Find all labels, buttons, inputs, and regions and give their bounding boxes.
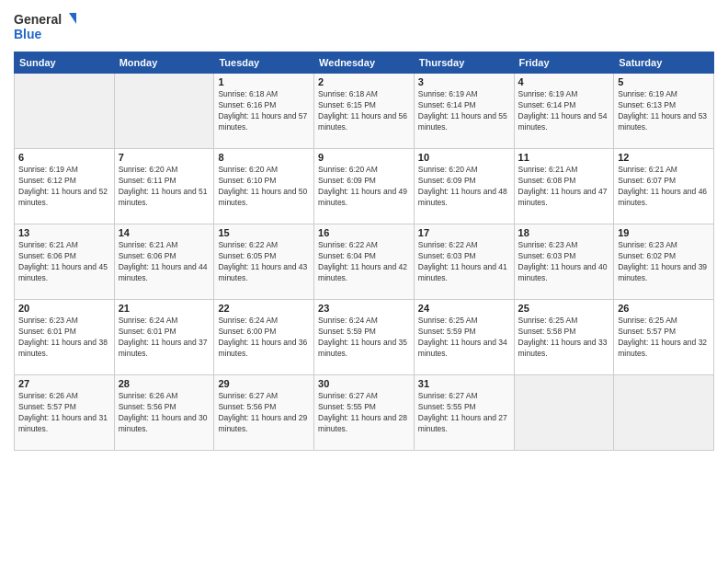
cell-day-number: 27 [18, 378, 110, 389]
calendar-cell: 10Sunrise: 6:20 AMSunset: 6:09 PMDayligh… [414, 149, 514, 224]
day-header-saturday: Saturday [614, 52, 714, 74]
cell-day-number: 5 [618, 76, 710, 87]
cell-day-number: 15 [218, 227, 310, 238]
cell-sun-info: Sunrise: 6:23 AMSunset: 6:01 PMDaylight:… [18, 316, 110, 360]
calendar-cell: 11Sunrise: 6:21 AMSunset: 6:08 PMDayligh… [514, 149, 614, 224]
svg-text:Blue: Blue [14, 27, 42, 41]
cell-sun-info: Sunrise: 6:19 AMSunset: 6:13 PMDaylight:… [618, 89, 710, 133]
cell-sun-info: Sunrise: 6:19 AMSunset: 6:12 PMDaylight:… [18, 165, 110, 209]
calendar-cell: 14Sunrise: 6:21 AMSunset: 6:06 PMDayligh… [114, 224, 214, 300]
calendar-cell [114, 74, 214, 149]
cell-day-number: 26 [618, 303, 710, 314]
calendar-cell: 9Sunrise: 6:20 AMSunset: 6:09 PMDaylight… [314, 149, 415, 224]
cell-day-number: 18 [518, 227, 610, 238]
calendar-cell: 15Sunrise: 6:22 AMSunset: 6:05 PMDayligh… [214, 224, 314, 300]
day-header-thursday: Thursday [414, 52, 514, 74]
cell-sun-info: Sunrise: 6:24 AMSunset: 6:00 PMDaylight:… [218, 316, 310, 360]
calendar-cell: 31Sunrise: 6:27 AMSunset: 5:55 PMDayligh… [414, 375, 514, 451]
cell-sun-info: Sunrise: 6:23 AMSunset: 6:03 PMDaylight:… [518, 240, 610, 284]
calendar-cell: 19Sunrise: 6:23 AMSunset: 6:02 PMDayligh… [614, 224, 714, 300]
cell-day-number: 4 [518, 76, 610, 87]
cell-day-number: 28 [119, 378, 210, 389]
cell-day-number: 3 [418, 76, 510, 87]
cell-sun-info: Sunrise: 6:22 AMSunset: 6:04 PMDaylight:… [318, 240, 410, 284]
calendar-cell: 12Sunrise: 6:21 AMSunset: 6:07 PMDayligh… [614, 149, 714, 224]
calendar-table: SundayMondayTuesdayWednesdayThursdayFrid… [14, 52, 714, 451]
calendar-cell: 3Sunrise: 6:19 AMSunset: 6:14 PMDaylight… [414, 74, 514, 149]
calendar-cell: 22Sunrise: 6:24 AMSunset: 6:00 PMDayligh… [214, 300, 314, 375]
calendar-cell [614, 375, 714, 451]
cell-day-number: 20 [18, 303, 110, 314]
calendar-cell: 17Sunrise: 6:22 AMSunset: 6:03 PMDayligh… [414, 224, 514, 300]
logo: General Blue [14, 9, 78, 44]
calendar-cell: 24Sunrise: 6:25 AMSunset: 5:59 PMDayligh… [414, 300, 514, 375]
cell-day-number: 19 [618, 227, 710, 238]
cell-day-number: 9 [318, 152, 410, 163]
cell-day-number: 31 [418, 378, 510, 389]
calendar-cell: 7Sunrise: 6:20 AMSunset: 6:11 PMDaylight… [114, 149, 214, 224]
calendar-cell: 25Sunrise: 6:25 AMSunset: 5:58 PMDayligh… [514, 300, 614, 375]
cell-sun-info: Sunrise: 6:25 AMSunset: 5:58 PMDaylight:… [518, 316, 610, 360]
cell-sun-info: Sunrise: 6:24 AMSunset: 6:01 PMDaylight:… [119, 316, 210, 360]
week-row-5: 27Sunrise: 6:26 AMSunset: 5:57 PMDayligh… [15, 375, 714, 451]
calendar-cell: 16Sunrise: 6:22 AMSunset: 6:04 PMDayligh… [314, 224, 415, 300]
cell-sun-info: Sunrise: 6:27 AMSunset: 5:56 PMDaylight:… [218, 391, 310, 435]
cell-sun-info: Sunrise: 6:21 AMSunset: 6:07 PMDaylight:… [618, 165, 710, 209]
svg-text:General: General [14, 12, 62, 27]
day-header-friday: Friday [514, 52, 614, 74]
day-header-monday: Monday [114, 52, 214, 74]
calendar-cell: 1Sunrise: 6:18 AMSunset: 6:16 PMDaylight… [214, 74, 314, 149]
calendar-cell: 2Sunrise: 6:18 AMSunset: 6:15 PMDaylight… [314, 74, 415, 149]
cell-sun-info: Sunrise: 6:20 AMSunset: 6:09 PMDaylight:… [418, 165, 510, 209]
calendar-cell: 29Sunrise: 6:27 AMSunset: 5:56 PMDayligh… [214, 375, 314, 451]
day-header-tuesday: Tuesday [214, 52, 314, 74]
cell-day-number: 25 [518, 303, 610, 314]
cell-day-number: 23 [318, 303, 410, 314]
calendar-cell: 8Sunrise: 6:20 AMSunset: 6:10 PMDaylight… [214, 149, 314, 224]
cell-day-number: 6 [18, 152, 110, 163]
cell-sun-info: Sunrise: 6:19 AMSunset: 6:14 PMDaylight:… [418, 89, 510, 133]
cell-sun-info: Sunrise: 6:23 AMSunset: 6:02 PMDaylight:… [618, 240, 710, 284]
cell-sun-info: Sunrise: 6:18 AMSunset: 6:16 PMDaylight:… [218, 89, 310, 133]
header: General Blue [14, 9, 714, 44]
cell-day-number: 7 [119, 152, 210, 163]
cell-day-number: 8 [218, 152, 310, 163]
svg-marker-3 [69, 13, 76, 24]
logo-svg: General Blue [14, 9, 78, 44]
calendar-cell: 26Sunrise: 6:25 AMSunset: 5:57 PMDayligh… [614, 300, 714, 375]
cell-sun-info: Sunrise: 6:27 AMSunset: 5:55 PMDaylight:… [318, 391, 410, 435]
cell-sun-info: Sunrise: 6:22 AMSunset: 6:03 PMDaylight:… [418, 240, 510, 284]
calendar-cell: 6Sunrise: 6:19 AMSunset: 6:12 PMDaylight… [15, 149, 115, 224]
calendar-cell: 13Sunrise: 6:21 AMSunset: 6:06 PMDayligh… [15, 224, 115, 300]
cell-day-number: 29 [218, 378, 310, 389]
calendar-cell: 18Sunrise: 6:23 AMSunset: 6:03 PMDayligh… [514, 224, 614, 300]
cell-sun-info: Sunrise: 6:25 AMSunset: 5:59 PMDaylight:… [418, 316, 510, 360]
cell-sun-info: Sunrise: 6:21 AMSunset: 6:06 PMDaylight:… [119, 240, 210, 284]
cell-sun-info: Sunrise: 6:21 AMSunset: 6:08 PMDaylight:… [518, 165, 610, 209]
cell-sun-info: Sunrise: 6:27 AMSunset: 5:55 PMDaylight:… [418, 391, 510, 435]
calendar-cell: 20Sunrise: 6:23 AMSunset: 6:01 PMDayligh… [15, 300, 115, 375]
page: General Blue SundayMondayTuesdayWednesda… [0, 0, 728, 563]
cell-sun-info: Sunrise: 6:24 AMSunset: 5:59 PMDaylight:… [318, 316, 410, 360]
calendar-cell [514, 375, 614, 451]
cell-day-number: 11 [518, 152, 610, 163]
calendar-cell: 23Sunrise: 6:24 AMSunset: 5:59 PMDayligh… [314, 300, 415, 375]
week-row-2: 6Sunrise: 6:19 AMSunset: 6:12 PMDaylight… [15, 149, 714, 224]
cell-sun-info: Sunrise: 6:20 AMSunset: 6:10 PMDaylight:… [218, 165, 310, 209]
week-row-3: 13Sunrise: 6:21 AMSunset: 6:06 PMDayligh… [15, 224, 714, 300]
week-row-1: 1Sunrise: 6:18 AMSunset: 6:16 PMDaylight… [15, 74, 714, 149]
calendar-cell: 21Sunrise: 6:24 AMSunset: 6:01 PMDayligh… [114, 300, 214, 375]
cell-sun-info: Sunrise: 6:20 AMSunset: 6:11 PMDaylight:… [119, 165, 210, 209]
cell-sun-info: Sunrise: 6:19 AMSunset: 6:14 PMDaylight:… [518, 89, 610, 133]
cell-sun-info: Sunrise: 6:21 AMSunset: 6:06 PMDaylight:… [18, 240, 110, 284]
cell-day-number: 1 [218, 76, 310, 87]
cell-sun-info: Sunrise: 6:25 AMSunset: 5:57 PMDaylight:… [618, 316, 710, 360]
cell-day-number: 10 [418, 152, 510, 163]
calendar-cell: 27Sunrise: 6:26 AMSunset: 5:57 PMDayligh… [15, 375, 115, 451]
cell-day-number: 2 [318, 76, 410, 87]
week-row-4: 20Sunrise: 6:23 AMSunset: 6:01 PMDayligh… [15, 300, 714, 375]
cell-sun-info: Sunrise: 6:18 AMSunset: 6:15 PMDaylight:… [318, 89, 410, 133]
cell-day-number: 24 [418, 303, 510, 314]
days-header-row: SundayMondayTuesdayWednesdayThursdayFrid… [15, 52, 714, 74]
calendar-cell: 5Sunrise: 6:19 AMSunset: 6:13 PMDaylight… [614, 74, 714, 149]
